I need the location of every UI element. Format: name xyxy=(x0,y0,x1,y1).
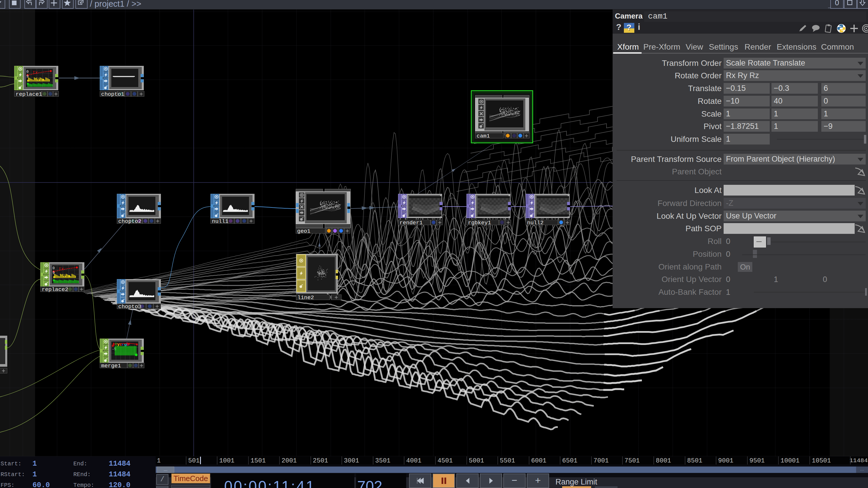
svg-text:tx: tx xyxy=(59,267,64,271)
svg-text:0: 0 xyxy=(53,266,55,270)
svg-text:ty: ty xyxy=(62,273,67,278)
svg-text:ty: ty xyxy=(36,77,40,82)
svg-text:tx: tx xyxy=(33,70,38,75)
svg-text:-5: -5 xyxy=(112,347,117,351)
svg-text:0: 0 xyxy=(26,69,29,74)
